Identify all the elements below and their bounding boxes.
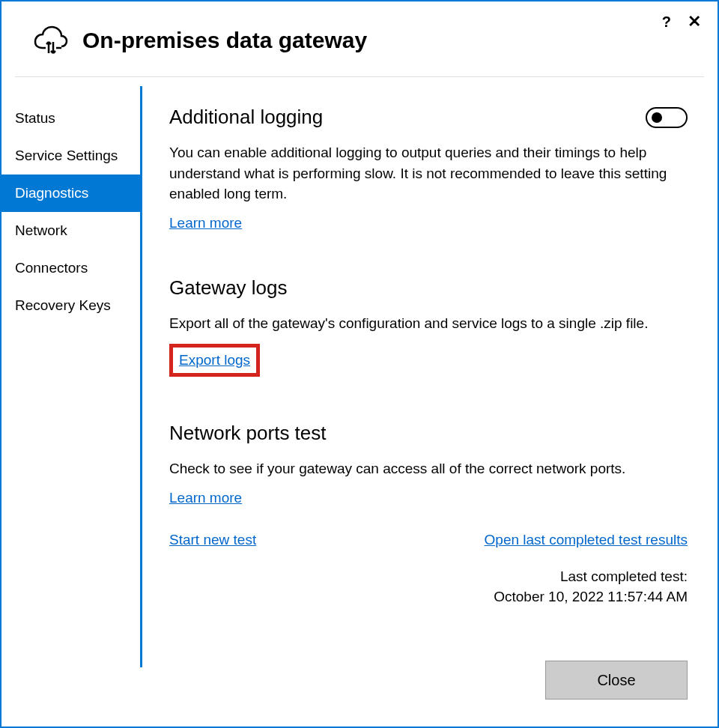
toggle-knob bbox=[652, 112, 662, 123]
sidebar: Status Service Settings Diagnostics Netw… bbox=[1, 86, 142, 667]
app-window: ? ✕ On-premises data gateway Status Serv… bbox=[0, 0, 719, 728]
additional-logging-desc: You can enable additional logging to out… bbox=[169, 142, 688, 204]
sidebar-item-connectors[interactable]: Connectors bbox=[1, 249, 140, 287]
sidebar-item-diagnostics[interactable]: Diagnostics bbox=[1, 175, 140, 212]
content: Status Service Settings Diagnostics Netw… bbox=[1, 86, 718, 667]
help-icon[interactable]: ? bbox=[662, 13, 671, 31]
section-additional-logging: Additional logging You can enable additi… bbox=[169, 106, 688, 231]
additional-logging-toggle[interactable] bbox=[646, 107, 688, 128]
gateway-logs-title: Gateway logs bbox=[169, 276, 688, 300]
main-panel: Additional logging You can enable additi… bbox=[142, 86, 718, 667]
section-header: Additional logging bbox=[169, 106, 688, 129]
export-logs-link[interactable]: Export logs bbox=[179, 352, 250, 368]
header: On-premises data gateway bbox=[1, 1, 718, 76]
section-gateway-logs: Gateway logs Export all of the gateway's… bbox=[169, 276, 688, 377]
network-ports-title: Network ports test bbox=[169, 422, 688, 445]
divider bbox=[15, 76, 704, 77]
open-last-results-link[interactable]: Open last completed test results bbox=[485, 532, 688, 548]
last-test-date: October 10, 2022 11:57:44 AM bbox=[169, 586, 688, 607]
cloud-icon bbox=[33, 25, 69, 55]
sidebar-item-network[interactable]: Network bbox=[1, 212, 140, 249]
network-ports-learn-more-link[interactable]: Learn more bbox=[169, 490, 242, 506]
sidebar-item-recovery-keys[interactable]: Recovery Keys bbox=[1, 287, 140, 324]
last-test-label: Last completed test: bbox=[169, 566, 688, 587]
gateway-logs-desc: Export all of the gateway's configuratio… bbox=[169, 313, 688, 334]
start-new-test-link[interactable]: Start new test bbox=[169, 532, 256, 548]
sidebar-item-service-settings[interactable]: Service Settings bbox=[1, 137, 140, 175]
titlebar: ? ✕ bbox=[662, 12, 701, 31]
export-logs-highlight: Export logs bbox=[169, 344, 260, 377]
close-button[interactable]: Close bbox=[545, 661, 688, 700]
app-title: On-premises data gateway bbox=[82, 28, 367, 53]
sidebar-item-status[interactable]: Status bbox=[1, 100, 140, 137]
additional-logging-title: Additional logging bbox=[169, 106, 323, 129]
network-ports-desc: Check to see if your gateway can access … bbox=[169, 458, 688, 479]
additional-logging-learn-more-link[interactable]: Learn more bbox=[169, 215, 242, 231]
ports-row: Start new test Open last completed test … bbox=[169, 532, 688, 548]
last-test-info: Last completed test: October 10, 2022 11… bbox=[169, 566, 688, 607]
section-network-ports: Network ports test Check to see if your … bbox=[169, 422, 688, 607]
close-icon[interactable]: ✕ bbox=[688, 12, 701, 31]
